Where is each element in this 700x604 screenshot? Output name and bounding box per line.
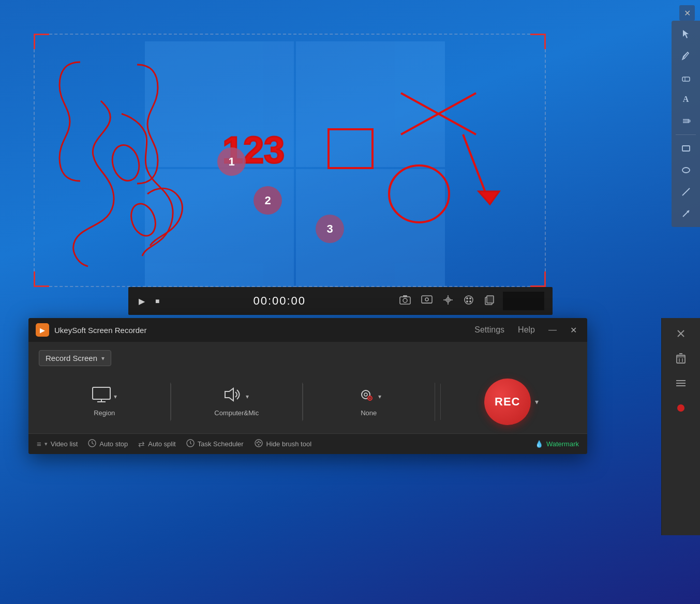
- svg-marker-40: [225, 388, 233, 401]
- svg-rect-22: [403, 295, 407, 297]
- audio-control[interactable]: ▾ Computer&Mic: [171, 383, 303, 421]
- corner-bl: [34, 271, 49, 287]
- watermark-item[interactable]: 💧 Watermark: [535, 440, 579, 448]
- hide-brush-label: Hide brush tool: [266, 440, 311, 448]
- svg-point-42: [364, 393, 367, 396]
- play-button[interactable]: ▶: [137, 294, 147, 308]
- auto-stop-item[interactable]: Auto stop: [88, 439, 128, 449]
- app-logo: ▶: [36, 323, 49, 337]
- copy-icon[interactable]: [484, 295, 495, 308]
- minimize-button[interactable]: —: [545, 324, 560, 336]
- corner-tr: [530, 34, 546, 49]
- svg-rect-23: [422, 296, 432, 303]
- divider-3: [440, 384, 441, 420]
- rec-button[interactable]: REC: [484, 379, 531, 425]
- speaker-icon: [224, 387, 243, 406]
- stop-button[interactable]: ■: [153, 295, 161, 307]
- video-list-dropdown-arrow[interactable]: ▾: [44, 441, 48, 447]
- recording-area: [34, 34, 546, 287]
- ellipse-tool[interactable]: [677, 161, 695, 179]
- line-tool[interactable]: [677, 183, 695, 201]
- video-list-dropdown-icon: ≡: [37, 440, 41, 448]
- window-close-button[interactable]: ✕: [679, 5, 695, 21]
- record-dot-button[interactable]: [671, 398, 691, 418]
- brush-icon: [254, 439, 263, 449]
- svg-point-14: [688, 119, 691, 123]
- rec-dropdown-arrow[interactable]: ▾: [535, 398, 539, 406]
- crosshair-icon[interactable]: [443, 295, 453, 308]
- app-window: ▶ UkeySoft Screen Recorder Settings Help…: [28, 318, 587, 454]
- svg-rect-36: [93, 387, 110, 399]
- numbered-circle-3: 3: [316, 215, 344, 243]
- text-tool[interactable]: A: [677, 90, 695, 109]
- cursor-tool[interactable]: [677, 25, 695, 43]
- mode-dropdown-arrow: ▾: [101, 355, 105, 362]
- svg-point-52: [255, 440, 262, 447]
- svg-point-55: [259, 442, 261, 444]
- numbered-circle-1: 1: [217, 147, 246, 176]
- monitor-icon: [92, 387, 111, 406]
- hide-brush-item[interactable]: Hide brush tool: [254, 439, 311, 449]
- drawing-toolbar: A: [672, 21, 700, 227]
- settings-button[interactable]: Settings: [471, 324, 508, 336]
- svg-rect-9: [682, 77, 690, 81]
- panel-close-button[interactable]: [671, 323, 691, 344]
- watermark-icon: 💧: [535, 440, 543, 448]
- camera-dropdown-arrow[interactable]: ▾: [378, 393, 381, 400]
- audio-label: Computer&Mic: [214, 409, 259, 417]
- menu-button[interactable]: [671, 373, 691, 394]
- rec-area: REC ▾: [446, 379, 577, 425]
- svg-point-33: [469, 300, 471, 303]
- svg-point-29: [465, 296, 473, 304]
- title-bar: ▶ UkeySoft Screen Recorder Settings Help…: [28, 318, 587, 342]
- numbered-circle-2: 2: [254, 186, 282, 215]
- corner-tl: [34, 34, 49, 49]
- video-list-label: Video list: [51, 440, 78, 448]
- eraser-tool[interactable]: [677, 68, 695, 87]
- mode-selector[interactable]: Record Screen ▾: [39, 350, 111, 366]
- camera-icon: [356, 387, 375, 406]
- task-scheduler-label: Task Scheduler: [198, 440, 244, 448]
- watermark-label: Watermark: [546, 440, 579, 448]
- svg-line-51: [190, 443, 191, 444]
- region-control[interactable]: ▾ Region: [39, 383, 171, 421]
- svg-point-56: [258, 444, 259, 446]
- svg-point-67: [677, 404, 684, 412]
- svg-rect-15: [682, 146, 690, 151]
- region-dropdown-arrow[interactable]: ▾: [114, 393, 117, 400]
- svg-point-16: [682, 168, 690, 173]
- close-button[interactable]: ✕: [567, 324, 580, 336]
- svg-point-21: [403, 298, 407, 303]
- svg-rect-20: [400, 297, 410, 304]
- auto-split-label: Auto split: [148, 440, 175, 448]
- task-scheduler-item[interactable]: Task Scheduler: [186, 439, 244, 449]
- audio-dropdown-arrow[interactable]: ▾: [246, 393, 249, 400]
- svg-point-53: [256, 442, 258, 444]
- arrow-tool[interactable]: [677, 204, 695, 223]
- playback-time: 00:00:00: [168, 294, 391, 308]
- auto-split-icon: ⇄: [138, 440, 145, 449]
- camera-label: None: [361, 409, 377, 417]
- help-button[interactable]: Help: [515, 324, 538, 336]
- task-scheduler-icon: [186, 439, 195, 449]
- app-title: UkeySoft Screen Recorder: [54, 326, 464, 335]
- rectangle-tool[interactable]: [677, 139, 695, 158]
- region-label: Region: [94, 409, 115, 417]
- toolbar-divider: [676, 134, 696, 135]
- screenshot-icon[interactable]: [399, 295, 411, 308]
- color-preview[interactable]: [503, 292, 544, 310]
- camera-control[interactable]: ▾ None: [303, 383, 435, 421]
- pen-tool[interactable]: [677, 47, 695, 65]
- video-list-item[interactable]: ≡ ▾ Video list: [37, 440, 78, 448]
- svg-line-17: [682, 188, 690, 195]
- highlight-tool[interactable]: [677, 112, 695, 130]
- svg-line-48: [92, 443, 94, 444]
- screen-capture-icon[interactable]: [421, 295, 433, 308]
- svg-line-8: [688, 52, 689, 53]
- svg-point-24: [425, 298, 428, 301]
- svg-point-54: [258, 441, 259, 443]
- palette-icon[interactable]: [464, 295, 474, 308]
- auto-stop-label: Auto stop: [99, 440, 128, 448]
- auto-split-item[interactable]: ⇄ Auto split: [138, 440, 175, 449]
- delete-button[interactable]: [671, 348, 691, 369]
